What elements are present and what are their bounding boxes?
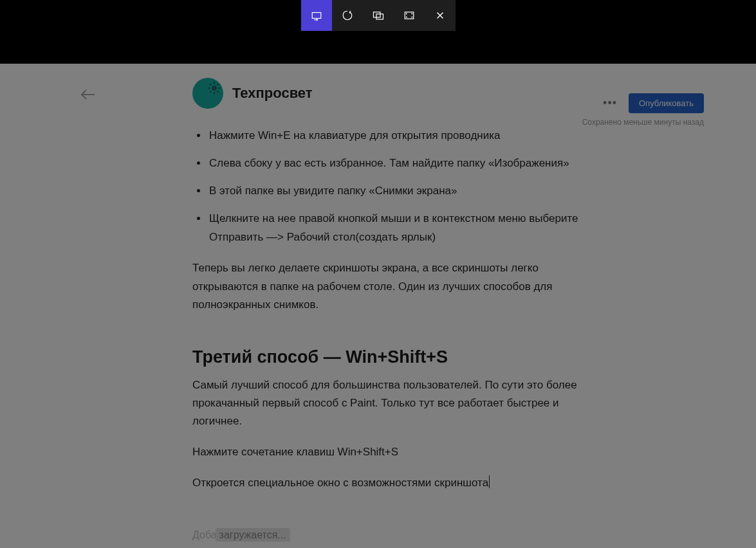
list-item[interactable]: Щелкните на нее правой кнопкой мыши и в … bbox=[208, 210, 591, 247]
back-button[interactable] bbox=[81, 89, 95, 102]
loading-indicator: загружается... bbox=[216, 528, 290, 542]
snip-close-button[interactable] bbox=[425, 0, 456, 31]
section-heading[interactable]: Третий способ — Win+Shift+S bbox=[192, 347, 591, 367]
paragraph-active[interactable]: Откроется специальное окно с возможностя… bbox=[192, 474, 591, 492]
svg-point-1 bbox=[213, 87, 216, 90]
channel-header: Техпросвет bbox=[192, 78, 591, 109]
publish-button[interactable]: Опубликовать bbox=[629, 93, 704, 113]
article-content: Техпросвет ••• Опубликовать Сохранено ме… bbox=[192, 78, 591, 541]
list-item[interactable]: Слева сбоку у вас есть избранное. Там на… bbox=[208, 154, 591, 173]
add-block-row[interactable]: Добазагружается... bbox=[192, 529, 591, 541]
paragraph[interactable]: Самый лучший способ для большинства поль… bbox=[192, 376, 591, 430]
list-item[interactable]: Нажмите Win+E на клавиатуре для открытия… bbox=[208, 127, 591, 145]
paragraph[interactable]: Нажмите сочетание клавиш Win+Shift+S bbox=[192, 443, 591, 461]
svg-rect-2 bbox=[312, 13, 321, 19]
snip-toolbar bbox=[301, 0, 456, 31]
header-actions: ••• Опубликовать bbox=[603, 93, 704, 113]
svg-rect-10 bbox=[405, 12, 414, 19]
list-item[interactable]: В этой папке вы увидите папку «Снимки эк… bbox=[208, 182, 591, 201]
svg-rect-8 bbox=[373, 12, 380, 17]
channel-avatar[interactable] bbox=[192, 78, 223, 109]
snip-rectangular-button[interactable] bbox=[301, 0, 332, 31]
add-block-placeholder: Доба bbox=[192, 529, 217, 540]
instruction-list: Нажмите Win+E на клавиатуре для открытия… bbox=[208, 127, 591, 246]
paragraph[interactable]: Теперь вы легко делаете скриншоты экрана… bbox=[192, 259, 591, 313]
save-status: Сохранено меньше минуты назад bbox=[582, 118, 704, 127]
editor-page: Техпросвет ••• Опубликовать Сохранено ме… bbox=[0, 64, 756, 548]
more-menu-button[interactable]: ••• bbox=[603, 96, 617, 110]
channel-name[interactable]: Техпросвет bbox=[232, 85, 313, 102]
svg-rect-9 bbox=[376, 14, 383, 19]
snip-window-button[interactable] bbox=[363, 0, 394, 31]
snip-freeform-button[interactable] bbox=[332, 0, 363, 31]
snip-fullscreen-button[interactable] bbox=[394, 0, 425, 31]
